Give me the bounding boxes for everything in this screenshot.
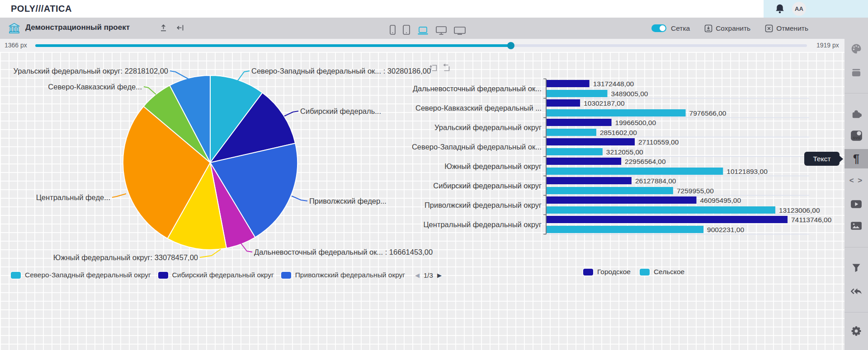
bar-value-label: 3489005,00 bbox=[611, 90, 648, 98]
device-widescreen-icon[interactable] bbox=[454, 27, 466, 35]
widgets-tray-icon bbox=[850, 66, 862, 78]
bar-rural[interactable] bbox=[547, 90, 608, 97]
bar-rural[interactable] bbox=[547, 109, 686, 117]
legend-label: Сельское bbox=[654, 268, 684, 276]
bar-rural[interactable] bbox=[547, 168, 723, 175]
dashboard-canvas[interactable]: Северо-Западный федеральный ок... : 3028… bbox=[0, 52, 844, 350]
svg-text:SVG: SVG bbox=[853, 135, 860, 140]
sidebar-item-video[interactable] bbox=[844, 194, 868, 214]
cancel-button-label: Отменить bbox=[776, 24, 808, 33]
bar-category-label: Приволжский федеральный округ bbox=[425, 201, 542, 209]
legend-label: Сибирский федеральный округ bbox=[172, 271, 274, 279]
bar-value-label: 46095495,00 bbox=[700, 196, 741, 204]
bar-rural[interactable] bbox=[547, 226, 703, 233]
bar-urban[interactable] bbox=[547, 119, 612, 126]
bar-rural[interactable] bbox=[547, 129, 596, 136]
tooltip-text: Текст bbox=[813, 155, 830, 163]
save-button[interactable]: Сохранить bbox=[704, 24, 750, 33]
bar-category-label: Южный федеральный округ bbox=[444, 162, 542, 170]
avatar[interactable]: AA bbox=[792, 2, 806, 16]
device-desktop-icon[interactable] bbox=[436, 26, 447, 35]
pie-legend-pager: ◀1/3▶ bbox=[415, 271, 442, 279]
cancel-button[interactable]: Отменить bbox=[765, 24, 808, 33]
collapse-left-icon[interactable] bbox=[176, 23, 185, 34]
legend-item[interactable]: Городское bbox=[583, 268, 631, 276]
grid-toggle[interactable] bbox=[651, 24, 666, 32]
zoom-selection-icon[interactable] bbox=[429, 64, 438, 72]
sidebar-divider bbox=[844, 312, 868, 313]
bar-legend: ГородскоеСельское bbox=[583, 268, 684, 276]
sidebar-item-text[interactable]: ¶ bbox=[844, 149, 868, 168]
legend-swatch bbox=[281, 272, 291, 279]
device-tablet-icon[interactable] bbox=[403, 25, 410, 35]
legend-label: Городское bbox=[597, 268, 631, 276]
video-icon bbox=[850, 200, 862, 209]
sidebar-item-undo[interactable] bbox=[844, 281, 868, 301]
bar-value-label: 9002231,00 bbox=[707, 226, 744, 233]
toolbar-actions: Сетка Сохранить Отменить bbox=[651, 18, 808, 39]
bar-rural[interactable] bbox=[547, 148, 603, 155]
legend-prev-icon[interactable]: ◀ bbox=[415, 272, 420, 279]
bar-category-label: Центральный федеральный округ bbox=[423, 220, 542, 229]
sidebar-item-widgets[interactable] bbox=[844, 62, 868, 82]
bar-urban[interactable] bbox=[547, 99, 580, 107]
palette-icon bbox=[850, 43, 862, 55]
code-icon: < > bbox=[849, 176, 863, 185]
legend-swatch bbox=[583, 269, 593, 275]
bar-value-label: 22956564,00 bbox=[625, 158, 666, 165]
bar-urban[interactable] bbox=[547, 216, 788, 223]
image-icon bbox=[850, 221, 862, 230]
widgets-sidebar: SVG ¶ < > bbox=[844, 39, 868, 350]
project-icon bbox=[8, 22, 20, 36]
sidebar-item-settings[interactable] bbox=[844, 321, 868, 341]
sidebar-item-code[interactable]: < > bbox=[844, 171, 868, 191]
sidebar-divider bbox=[844, 93, 868, 93]
gear-icon bbox=[850, 325, 863, 337]
sidebar-item-filter[interactable] bbox=[844, 258, 868, 278]
export-icon[interactable] bbox=[159, 23, 168, 34]
legend-item[interactable]: Северо-Западный федеральный округ bbox=[11, 271, 151, 279]
bar-urban[interactable] bbox=[547, 196, 697, 204]
legend-label: Северо-Западный федеральный округ bbox=[25, 271, 151, 279]
bar-category-label: Уральский федеральный округ bbox=[434, 123, 542, 131]
layout-width-slider[interactable] bbox=[35, 44, 807, 47]
bar-urban[interactable] bbox=[547, 177, 632, 184]
legend-swatch bbox=[640, 269, 650, 275]
notifications-bell-icon[interactable] bbox=[774, 3, 786, 15]
bar-value-label: 7976566,00 bbox=[689, 109, 726, 117]
legend-next-icon[interactable]: ▶ bbox=[437, 272, 442, 279]
legend-swatch bbox=[11, 272, 21, 279]
designer-toolbar: Демонстрационный проект bbox=[0, 18, 868, 39]
sidebar-item-puzzle[interactable] bbox=[844, 104, 868, 124]
reset-zoom-icon[interactable] bbox=[442, 64, 451, 72]
bar-value-label: 26127884,00 bbox=[635, 177, 676, 185]
puzzle-icon bbox=[851, 108, 862, 120]
layout-width-slider-row: 1366 px 1919 px bbox=[0, 39, 844, 52]
bar-value-label: 74113746,00 bbox=[791, 216, 832, 224]
bar-urban[interactable] bbox=[547, 80, 590, 87]
bar-rural[interactable] bbox=[547, 206, 775, 214]
slider-knob[interactable] bbox=[507, 42, 514, 49]
bar-rural[interactable] bbox=[547, 187, 673, 194]
device-mode-switcher bbox=[390, 21, 466, 35]
bar-value-label: 19966500,00 bbox=[615, 119, 656, 126]
device-smartphone-icon[interactable] bbox=[390, 25, 396, 35]
legend-item[interactable]: Сибирский федеральный округ bbox=[158, 271, 274, 279]
legend-item[interactable]: Приволжский федеральный округ bbox=[281, 271, 405, 279]
slider-min-label: 1366 px bbox=[5, 42, 27, 49]
bar-value-label: 7259955,00 bbox=[677, 187, 714, 195]
bar-value-label: 27110559,00 bbox=[638, 138, 679, 146]
sidebar-item-image[interactable] bbox=[844, 216, 868, 236]
undo-icon bbox=[850, 286, 862, 296]
bar-value-label: 3212055,00 bbox=[606, 148, 643, 156]
device-laptop-icon[interactable] bbox=[417, 27, 429, 35]
bar-urban[interactable] bbox=[547, 158, 621, 165]
bar-category-label: Северо-Кавказский федеральный ... bbox=[415, 104, 542, 112]
legend-item[interactable]: Сельское bbox=[640, 268, 684, 276]
sidebar-item-palette[interactable] bbox=[844, 39, 868, 59]
bar-urban[interactable] bbox=[547, 138, 635, 145]
sidebar-item-svg[interactable]: SVG bbox=[844, 126, 868, 145]
project-title: Демонстрационный проект bbox=[25, 23, 130, 32]
bar-value-label: 13172448,00 bbox=[593, 80, 634, 88]
legend-page-indicator: 1/3 bbox=[424, 271, 433, 279]
